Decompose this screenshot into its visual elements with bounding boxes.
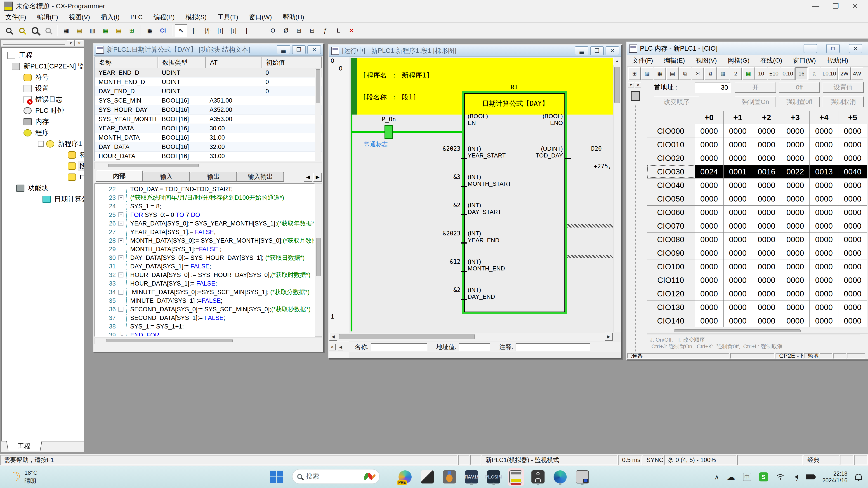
code-line[interactable]: 30−DAY_DATA[SYS_0]:= SYS_HOUR_DAY[SYS_1]… [95, 254, 314, 262]
sidebar-item-功能块[interactable]: 功能块 [2, 183, 84, 194]
memory-cell[interactable]: 0000 [781, 273, 810, 287]
memory-cell[interactable]: 0000 [752, 300, 781, 314]
memory-row-CIO000[interactable]: CIO000000000000000000000000000 [647, 124, 868, 138]
zoom-in-icon[interactable] [29, 24, 41, 37]
cx-programmer-icon[interactable] [508, 468, 524, 486]
memory-cell[interactable]: 0000 [723, 205, 752, 219]
st-maximize-icon[interactable]: ❐ [292, 45, 306, 54]
plc-tool-icon[interactable] [574, 468, 590, 486]
monitor-icon[interactable]: ▦ [742, 67, 754, 80]
memory-cell[interactable]: 0000 [752, 192, 781, 205]
tree-expander-icon[interactable]: − [38, 141, 44, 147]
row-header[interactable]: CIO080 [647, 232, 695, 246]
zoom-tool-icon[interactable] [2, 24, 15, 37]
memory-cell[interactable]: 0000 [752, 178, 781, 192]
memory-cell[interactable]: 0000 [838, 178, 867, 192]
ladder-canvas[interactable]: 0 0 1 [程序名 ： 新程序1] [段名称 ： 段1] P_On 常通标志 … [329, 57, 621, 358]
table-row[interactable]: SYS_SCE_MINBOOL[16]A351.00 [95, 96, 322, 105]
memory-cell[interactable]: 0000 [781, 287, 810, 300]
local-symbols-icon[interactable]: ▤ [112, 24, 125, 37]
memory-cell[interactable]: 0000 [781, 314, 810, 327]
fb-input-value[interactable]: &2023 [403, 145, 460, 152]
fold-marker[interactable]: − [116, 213, 126, 217]
start-button[interactable] [269, 468, 285, 486]
sidebar-item-符号[interactable]: 符号 [2, 149, 84, 160]
memory-cell[interactable]: 0000 [781, 300, 810, 314]
memory-cell[interactable]: 0000 [809, 151, 838, 165]
row-header[interactable]: CIO020 [647, 151, 695, 165]
menu-视图(V)[interactable]: 视图(V) [64, 12, 95, 22]
sidebar-item-符号[interactable]: 符号 [2, 72, 84, 83]
table-row[interactable]: HOUR_DATABOOL[16]33.00 [95, 152, 322, 161]
table-row[interactable]: YEAR_DATABOOL[16]30.00 [95, 124, 322, 133]
memory-cell[interactable]: 0000 [752, 219, 781, 233]
clock[interactable]: 22:13 2024/1/16 [822, 470, 847, 484]
delete-icon[interactable]: ✕ [345, 24, 358, 37]
person-icon[interactable] [530, 468, 546, 486]
memory-menu-文件(F)[interactable]: 文件(F) [627, 55, 658, 66]
code-line[interactable]: 35MINUTE_DATA[SYS_1] :=FALSE; [95, 296, 314, 305]
zoom-out-icon[interactable] [42, 24, 55, 37]
cross-reference-icon[interactable]: ⊞ [125, 24, 138, 37]
code-line[interactable]: 39└END_FOR; [95, 331, 314, 337]
float-format-icon[interactable]: 0.10 [781, 67, 795, 80]
sidebar-item-工程[interactable]: 工程 [2, 50, 84, 61]
grid-icon[interactable]: ▦ [60, 24, 72, 37]
st-window-titlebar[interactable]: 新PLC1.日期计算公式【DAY】 [功能块 结构文本] ▃❐✕ [94, 44, 323, 56]
memory-cell[interactable]: 0000 [723, 232, 752, 246]
code-line[interactable]: 33HOUR_DATA[SYS_1]:= FALSE; [95, 279, 314, 288]
edge-icon[interactable] [552, 468, 568, 486]
memory-cell[interactable]: 0000 [809, 287, 838, 300]
table-row[interactable]: SYS_YEAR_MONTHBOOL[16]A353.00 [95, 115, 322, 124]
memory-cell[interactable]: 0022 [781, 165, 810, 178]
memory-cell[interactable]: 0040 [838, 165, 867, 178]
memory-row-CIO100[interactable]: CIO100000000000000000000000000 [647, 260, 868, 273]
column-header-数据类型[interactable]: 数据类型 [158, 57, 206, 68]
volume-icon[interactable]: ) [793, 475, 798, 479]
code-line[interactable]: 37SECOND_DATA[SYS_1]:= FALSE; [95, 314, 314, 322]
memory-cell[interactable]: 0000 [838, 232, 867, 246]
menu-帮助(H)[interactable]: 帮助(H) [277, 12, 310, 22]
memory-menu-帮助(H)[interactable]: 帮助(H) [821, 55, 854, 66]
ladder-window-titlebar[interactable]: [运行中] - 新PLC1.新程序1.段1 [梯形图] ▃❐✕ [329, 45, 621, 57]
force-off-button[interactable]: 强制置0ff [779, 96, 820, 107]
memory-cell[interactable]: 0000 [723, 273, 752, 287]
code-hscrollbar[interactable] [94, 337, 322, 344]
memory-cell[interactable]: 0000 [694, 287, 723, 300]
start-address-input[interactable]: 30 [694, 82, 731, 93]
word-4w-icon[interactable]: 4W [851, 67, 863, 80]
row-header[interactable]: CIO120 [647, 287, 695, 300]
code-line[interactable]: 28−MONTH_DATA[SYS_0]:= SYS_YEAR_MONTH[SY… [95, 236, 314, 245]
instruction-box-icon[interactable]: ⊞ [293, 24, 305, 37]
memory-row-CIO050[interactable]: CIO050000000000000000000000000 [647, 192, 868, 205]
table-row[interactable]: DAY_END_DUDINT0 [95, 87, 322, 96]
st-minimize-icon[interactable]: ▃ [277, 45, 290, 54]
memory-cell[interactable]: 0000 [809, 260, 838, 273]
menu-编程(P)[interactable]: 编程(P) [148, 12, 180, 22]
memory-cell[interactable]: 0000 [809, 192, 838, 205]
table-row[interactable]: DAY_DATABOOL[16]32.00 [95, 142, 322, 152]
dock-close-icon[interactable]: ✕ [75, 40, 83, 46]
memory-cell[interactable]: 0000 [838, 124, 867, 138]
phone-link-icon[interactable] [419, 468, 435, 486]
memory-cell[interactable]: 0000 [838, 205, 867, 219]
memory-cell[interactable]: 0000 [838, 138, 867, 151]
sidebar-item-日期计算公式【DAY】[interactable]: 日期计算公式【DAY】 [2, 194, 84, 205]
memory-cell[interactable]: 0000 [809, 178, 838, 192]
memory-cell[interactable]: 0000 [781, 192, 810, 205]
memory-maximize-icon[interactable]: □ [826, 44, 840, 53]
fold-marker[interactable]: − [116, 195, 126, 200]
code-vscrollbar[interactable] [315, 184, 322, 337]
weather-widget[interactable]: 18°C 晴朗 [24, 468, 37, 485]
memory-cell[interactable]: 0000 [694, 232, 723, 246]
memory-cell[interactable]: 0000 [781, 124, 810, 138]
save-icon[interactable]: ▦ [654, 67, 666, 80]
medal-icon[interactable] [441, 468, 458, 486]
memory-cell[interactable]: 0000 [723, 219, 752, 233]
memory-cell[interactable]: 0000 [694, 192, 723, 205]
memory-cell[interactable]: 0000 [694, 219, 723, 233]
ladder-hscrollbar[interactable]: ◀▶ [329, 333, 613, 341]
open-icon[interactable]: ▨ [641, 67, 653, 80]
fb-input-value[interactable]: &2 [403, 287, 460, 293]
memory-cell[interactable]: 0000 [809, 232, 838, 246]
